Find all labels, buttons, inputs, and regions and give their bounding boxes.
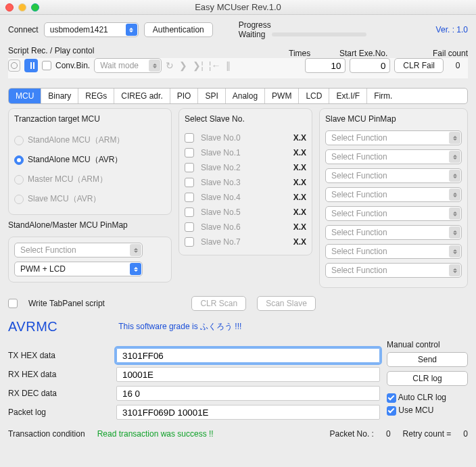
minimize-icon[interactable]: [18, 3, 26, 11]
manual-control-label: Manual control: [387, 340, 468, 349]
script-control-label: Script Rec. / Play contol: [8, 46, 289, 55]
slave-func-select[interactable]: Select Function: [325, 187, 462, 202]
slave-label: Slave No.0: [201, 133, 241, 143]
tab-spi[interactable]: SPI: [198, 89, 225, 103]
transaction-condition-value: Read transaction was success !!: [97, 429, 214, 439]
slave-value: X.X: [293, 178, 306, 187]
playback-controls: ↻ ❯ ❯¦ ¦← ‖: [166, 60, 231, 71]
radio-master-arm[interactable]: [14, 175, 24, 185]
slave-checkbox[interactable]: [185, 237, 194, 247]
tx-hex-label: TX HEX data: [8, 351, 116, 360]
chevron-updown-icon: [130, 244, 141, 256]
tab-firm[interactable]: Firm.: [367, 89, 399, 103]
slave-label: Slave No.4: [201, 193, 241, 202]
slave-value: X.X: [293, 222, 306, 232]
clr-fail-button[interactable]: CLR Fail: [394, 58, 444, 73]
slave-checkbox[interactable]: [185, 207, 194, 217]
packet-no-value: 0: [386, 429, 391, 439]
radio-arm[interactable]: [14, 136, 24, 145]
rx-dec-input[interactable]: [116, 386, 380, 401]
retry-count-label: Retry count =: [403, 429, 452, 439]
chevron-updown-icon: [130, 263, 141, 275]
software-note: This software grade is ふくろう !!!: [118, 321, 241, 333]
chevron-updown-icon: [149, 59, 160, 72]
chevron-updown-icon: [449, 189, 460, 201]
slave-func-select[interactable]: Select Function: [325, 168, 462, 183]
slave-value: X.X: [293, 193, 306, 202]
tab-extif[interactable]: Ext.I/F: [329, 89, 367, 103]
slave-checkbox[interactable]: [185, 178, 194, 187]
chevron-updown-icon: [449, 245, 460, 257]
send-button[interactable]: Send: [387, 352, 468, 367]
version-label: Ver. : 1.0: [436, 25, 468, 34]
clr-log-button[interactable]: CLR log: [387, 371, 468, 386]
slave-func-select[interactable]: Select Function: [325, 263, 462, 278]
pause-button[interactable]: [24, 59, 38, 72]
write-tabpanel-label: Write TabPanel script: [28, 299, 105, 308]
step-icon[interactable]: ❯: [179, 60, 187, 71]
clr-scan-button[interactable]: CLR Scan: [191, 296, 246, 311]
progress-status: Waiting: [239, 30, 266, 39]
scan-slave-button[interactable]: Scan Slave: [257, 296, 316, 311]
select-slave-label: Select Slave No.: [185, 114, 306, 124]
close-icon[interactable]: [5, 3, 14, 11]
brand-label: AVRMC: [8, 319, 57, 335]
step-alt-icon[interactable]: ❯¦: [193, 60, 204, 71]
func2-select[interactable]: PWM + LCD: [14, 262, 143, 276]
pause-small-icon[interactable]: ‖: [226, 60, 231, 71]
tab-pio[interactable]: PIO: [170, 89, 199, 103]
mode-select[interactable]: Wait mode: [94, 58, 162, 73]
titlebar: Easy MCUser Rev.1.0: [0, 0, 476, 15]
slave-func-select[interactable]: Select Function: [325, 206, 462, 221]
startexe-input[interactable]: [350, 58, 390, 73]
slave-func-select[interactable]: Select Function: [325, 225, 462, 240]
func1-select[interactable]: Select Function: [14, 243, 143, 257]
slave-label: Slave No.2: [201, 163, 241, 172]
packet-log-label: Packet log: [8, 408, 116, 417]
slave-value: X.X: [293, 207, 306, 217]
port-select[interactable]: usbmodem1421: [44, 22, 139, 37]
radio-slave-avr[interactable]: [14, 195, 24, 204]
slave-checkbox[interactable]: [185, 133, 194, 143]
rx-hex-input[interactable]: [116, 367, 380, 382]
tab-pwm[interactable]: PWM: [265, 89, 299, 103]
pinmap-label: StandAlone/Master MCU PinMap: [8, 220, 172, 230]
tab-regs[interactable]: REGs: [78, 89, 114, 103]
slave-value: X.X: [293, 133, 306, 143]
slave-func-select[interactable]: Select Function: [325, 244, 462, 259]
chevron-updown-icon: [449, 170, 460, 182]
transaction-condition-label: Transaction condition: [8, 429, 85, 439]
tab-mcu[interactable]: MCU: [9, 89, 41, 103]
slave-func-select[interactable]: Select Function: [325, 149, 462, 164]
chevron-updown-icon: [126, 24, 137, 36]
zoom-icon[interactable]: [31, 3, 39, 11]
fail-count-value: 0: [448, 61, 468, 70]
times-input[interactable]: [305, 58, 346, 73]
tab-binary[interactable]: Binary: [41, 89, 78, 103]
tab-analog[interactable]: Analog: [226, 89, 265, 103]
rx-dec-label: RX DEC data: [8, 389, 116, 398]
skip-back-icon[interactable]: ¦←: [209, 60, 221, 71]
start-exe-label: Start Exe.No.: [339, 49, 407, 58]
tx-hex-input[interactable]: [116, 348, 380, 363]
packet-no-label: Packet No. :: [330, 429, 374, 439]
auto-clr-log-checkbox[interactable]: [387, 393, 396, 403]
write-tabpanel-checkbox[interactable]: [8, 299, 18, 308]
radio-avr[interactable]: [14, 155, 24, 165]
slave-label: Slave No.5: [201, 207, 241, 217]
slave-checkbox[interactable]: [185, 193, 194, 202]
tab-lcd[interactable]: LCD: [299, 89, 329, 103]
packet-log-input[interactable]: [116, 405, 380, 420]
slave-checkbox[interactable]: [185, 222, 194, 232]
slave-checkbox[interactable]: [185, 163, 194, 172]
convbin-checkbox[interactable]: [42, 61, 51, 70]
slave-func-select[interactable]: Select Function: [325, 130, 462, 145]
target-mcu-label: Tranzaction target MCU: [14, 114, 166, 124]
slave-checkbox[interactable]: [185, 148, 194, 157]
authentication-button[interactable]: Authentication: [144, 22, 213, 37]
tab-cireg[interactable]: CIREG adr.: [114, 89, 170, 103]
use-mcu-checkbox[interactable]: [387, 406, 396, 416]
record-button[interactable]: [8, 59, 20, 72]
slave-label: Slave No.1: [201, 148, 241, 157]
reload-icon[interactable]: ↻: [166, 60, 174, 71]
